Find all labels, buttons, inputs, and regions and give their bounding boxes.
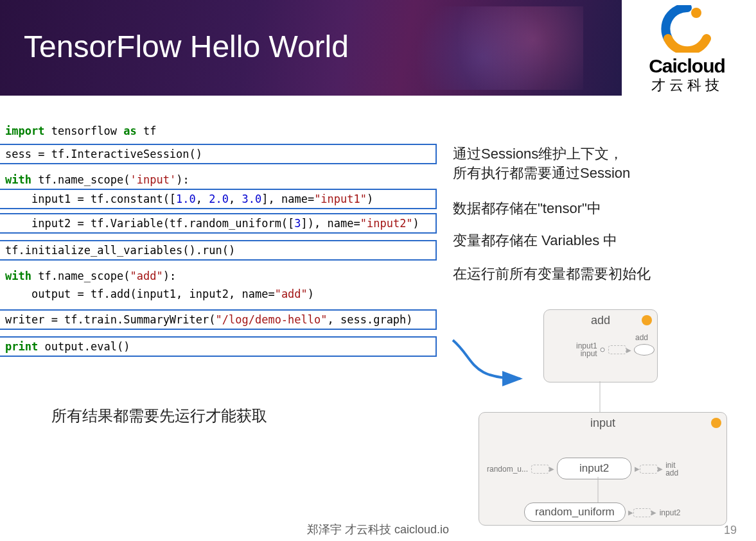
annotation-tensor: 数据都存储在"tensor"中	[453, 199, 601, 218]
svg-point-1	[601, 348, 604, 352]
code-line-3: with tf.name_scope('input'):	[0, 171, 437, 189]
caicloud-icon	[659, 5, 716, 53]
arrow-icon	[450, 334, 533, 391]
code-line-8: output = tf.add(input1, input2, name="ad…	[0, 285, 437, 303]
annotation-sessions: 通过Sessions维护上下文， 所有执行都需要通过Session	[453, 144, 630, 182]
annotation-init: 在运行前所有变量都需要初始化	[453, 264, 651, 284]
annotation-eval: 所有结果都需要先运行才能获取	[51, 406, 267, 426]
graph-row-random: random_uniform ▶▶ input2	[524, 502, 680, 522]
collapse-icon	[642, 315, 652, 325]
svg-point-0	[691, 8, 701, 18]
footer-author: 郑泽宇 才云科技 caicloud.io	[0, 522, 756, 537]
page-number: 19	[724, 524, 737, 537]
graph-input-title: input	[479, 416, 726, 430]
graph-inner-connector	[597, 477, 599, 502]
graph-row-input2: random_u... ▶ input2 ▶▶ initadd	[487, 458, 678, 479]
brand-logo: Caicloud 才云科技	[624, 0, 750, 108]
graph-connector	[599, 381, 601, 413]
code-block: import tensorflow as tf sess = tf.Intera…	[0, 122, 437, 357]
code-line-9: writer = tf.train.SummaryWriter("/log/de…	[0, 309, 437, 330]
graph-add-inner: input1input ▶	[576, 342, 655, 357]
slide-title: TensorFlow Hello World	[24, 29, 349, 64]
code-line-1: import tensorflow as tf	[0, 122, 437, 140]
slide-header: TensorFlow Hello World	[0, 0, 622, 96]
code-line-5: input2 = tf.Variable(tf.random_uniform([…	[0, 213, 437, 234]
graph-add-title: add	[544, 314, 657, 327]
graph-add-label: add	[635, 333, 648, 342]
code-line-7: with tf.name_scope("add"):	[0, 267, 437, 285]
graph-box-input: input random_u... ▶ input2 ▶▶ initadd ra…	[479, 412, 727, 526]
code-line-4: input1 = tf.constant([1.0, 2.0, 3.0], na…	[0, 189, 437, 209]
brand-name: Caicloud	[649, 55, 725, 77]
brand-name-cn: 才云科技	[651, 76, 723, 95]
collapse-icon	[711, 418, 721, 428]
graph-box-add: add add input1input ▶	[543, 309, 658, 382]
annotation-variables: 变量都存储在 Variables 中	[453, 231, 617, 250]
code-line-10: print output.eval()	[0, 336, 437, 357]
code-line-2: sess = tf.InteractiveSession()	[0, 144, 437, 164]
code-line-6: tf.initialize_all_variables().run()	[0, 240, 437, 261]
